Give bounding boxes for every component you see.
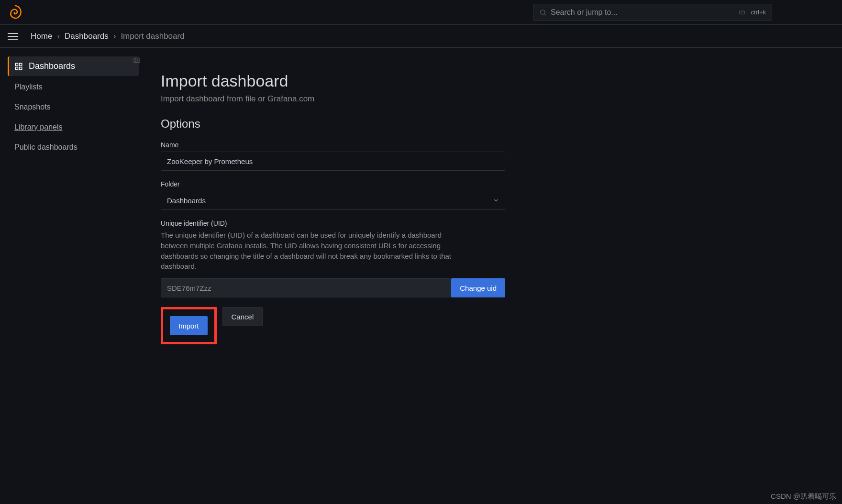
apps-icon (14, 62, 23, 71)
search-placeholder: Search or jump to... (551, 8, 739, 17)
uid-field: Unique identifier (UID) The unique ident… (161, 219, 505, 297)
svg-rect-6 (15, 63, 18, 66)
topbar: Search or jump to... ctrl+k (0, 0, 842, 25)
svg-rect-8 (15, 67, 18, 69)
svg-rect-7 (20, 63, 22, 66)
sidebar-item-label: Playlists (14, 83, 43, 91)
menu-toggle-icon[interactable] (8, 30, 21, 43)
sidebar-item-playlists[interactable]: Playlists (8, 78, 139, 96)
folder-select[interactable]: Dashboards (161, 191, 505, 210)
name-input[interactable] (161, 152, 505, 171)
search-input[interactable]: Search or jump to... ctrl+k (533, 4, 772, 21)
sidebar-item-library-panels[interactable]: Library panels (8, 118, 139, 136)
sidebar-item-label: Library panels (14, 123, 63, 131)
name-label: Name (161, 141, 505, 149)
chevron-right-icon: › (113, 32, 116, 41)
svg-point-0 (541, 10, 545, 14)
folder-field: Folder Dashboards (161, 180, 505, 210)
chevron-right-icon: › (57, 32, 60, 41)
cancel-button[interactable]: Cancel (222, 307, 263, 326)
breadcrumb-row: Home › Dashboards › Import dashboard (0, 25, 842, 48)
breadcrumb: Home › Dashboards › Import dashboard (31, 32, 185, 41)
sidebar-item-label: Public dashboards (14, 143, 78, 152)
name-field: Name (161, 141, 505, 171)
watermark: CSDN @趴着喝可乐 (771, 492, 836, 501)
breadcrumb-current: Import dashboard (121, 32, 184, 41)
sidebar: Dashboards Playlists Snapshots Library p… (0, 48, 146, 504)
actions-row: Import Cancel (161, 307, 828, 344)
search-icon (539, 9, 547, 16)
main-panel: Import dashboard Import dashboard from f… (146, 55, 842, 504)
breadcrumb-home[interactable]: Home (31, 32, 52, 41)
highlight-box: Import (161, 307, 217, 344)
change-uid-button[interactable]: Change uid (451, 278, 505, 297)
breadcrumb-dashboards[interactable]: Dashboards (65, 32, 109, 41)
svg-rect-2 (739, 11, 744, 14)
svg-rect-9 (20, 67, 22, 69)
page-title: Import dashboard (161, 72, 828, 90)
uid-input (161, 278, 451, 297)
sidebar-item-public-dashboards[interactable]: Public dashboards (8, 138, 139, 156)
page-subtitle: Import dashboard from file or Grafana.co… (161, 94, 828, 104)
svg-line-1 (544, 14, 546, 15)
sidebar-item-label: Snapshots (14, 103, 51, 111)
sidebar-item-label: Dashboards (29, 61, 75, 71)
keyboard-icon (739, 9, 745, 16)
search-shortcut: ctrl+k (739, 9, 766, 16)
sidebar-item-dashboards[interactable]: Dashboards (8, 56, 139, 76)
uid-label: Unique identifier (UID) (161, 219, 505, 227)
folder-label: Folder (161, 180, 505, 188)
sidebar-item-snapshots[interactable]: Snapshots (8, 98, 139, 116)
grafana-logo-icon[interactable] (8, 5, 23, 20)
uid-helptext: The unique identifier (UID) of a dashboa… (161, 230, 452, 272)
options-heading: Options (161, 117, 828, 131)
dock-left-icon[interactable] (133, 56, 141, 64)
import-button[interactable]: Import (170, 316, 208, 335)
